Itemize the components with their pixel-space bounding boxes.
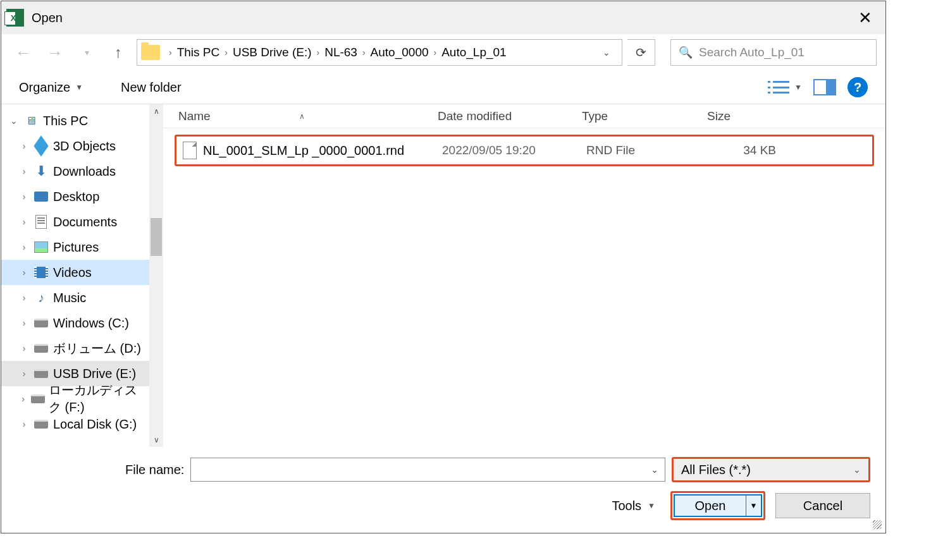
- close-button[interactable]: ✕: [850, 3, 880, 33]
- help-button[interactable]: ?: [848, 77, 868, 97]
- view-mode-button[interactable]: ▼: [773, 77, 802, 97]
- tree-item-drive-c[interactable]: › Windows (C:): [1, 310, 149, 336]
- breadcrumb-item[interactable]: Auto_Lp_01: [441, 46, 507, 59]
- drive-icon: [31, 392, 45, 406]
- breadcrumb-dropdown-icon[interactable]: ⌄: [595, 47, 618, 58]
- tree-item-documents[interactable]: › Documents: [1, 209, 149, 234]
- column-label: Name: [178, 109, 211, 123]
- expand-icon[interactable]: ›: [19, 368, 29, 379]
- filename-input[interactable]: ⌄: [190, 458, 665, 482]
- breadcrumb-item[interactable]: This PC: [177, 46, 220, 59]
- expand-icon[interactable]: ›: [19, 419, 29, 429]
- scroll-up-icon[interactable]: ∧: [149, 104, 163, 118]
- toolbar-right: ▼ ?: [773, 77, 868, 97]
- expand-icon[interactable]: ›: [19, 267, 29, 277]
- tree-item-drive-f[interactable]: › ローカルディスク (F:): [1, 386, 149, 411]
- organize-button[interactable]: Organize ▼: [19, 80, 83, 95]
- tree-scrollbar[interactable]: ∧ ∨: [149, 104, 163, 447]
- breadcrumb-item[interactable]: NL-63: [324, 46, 357, 59]
- expand-icon[interactable]: ›: [19, 343, 29, 353]
- tree-list[interactable]: ⌄ 🖥 This PC › 3D Objects › ⬇ Downloads ›: [1, 104, 149, 447]
- this-pc-icon: 🖥: [23, 114, 39, 128]
- back-button[interactable]: ←: [10, 39, 37, 66]
- file-rows[interactable]: NL_0001_SLM_Lp _0000_0001.rnd 2022/09/05…: [163, 128, 885, 447]
- expand-icon[interactable]: ›: [19, 166, 29, 176]
- tree-item-videos[interactable]: › Videos: [1, 260, 149, 285]
- search-input[interactable]: 🔍 Search Auto_Lp_01: [670, 39, 877, 66]
- open-label: Open: [675, 499, 746, 513]
- videos-icon: [33, 265, 49, 279]
- sort-indicator-icon: ∧: [299, 112, 305, 121]
- breadcrumb[interactable]: › This PC › USB Drive (E:) › NL-63 › Aut…: [137, 39, 622, 66]
- breadcrumb-item[interactable]: Auto_0000: [371, 46, 429, 59]
- filename-label: File name:: [125, 463, 184, 477]
- file-icon: [183, 142, 197, 159]
- drive-icon: [33, 367, 49, 380]
- expand-icon[interactable]: ›: [19, 318, 29, 328]
- tree-item-3d-objects[interactable]: › 3D Objects: [1, 133, 149, 159]
- chevron-down-icon: ⌄: [853, 465, 861, 475]
- collapse-icon[interactable]: ⌄: [9, 116, 19, 126]
- expand-icon[interactable]: ›: [19, 141, 29, 151]
- documents-icon: [33, 215, 49, 229]
- open-button[interactable]: Open ▼: [674, 494, 762, 517]
- drive-icon: [33, 417, 49, 431]
- breadcrumb-item[interactable]: USB Drive (E:): [233, 46, 312, 59]
- column-type[interactable]: Type: [582, 109, 707, 123]
- list-view-icon: [773, 81, 789, 94]
- file-type-filter[interactable]: All Files (*.*) ⌄: [672, 457, 870, 482]
- excel-icon: X: [6, 9, 24, 27]
- column-name[interactable]: Name ∧: [178, 109, 438, 123]
- column-date[interactable]: Date modified: [438, 109, 582, 123]
- button-row: Tools ▼ Open ▼ Cancel: [16, 491, 870, 520]
- chevron-right-icon[interactable]: ›: [164, 47, 177, 58]
- dialog-title: Open: [32, 11, 850, 25]
- resize-grip[interactable]: [873, 520, 882, 529]
- scroll-thumb[interactable]: [151, 218, 162, 256]
- forward-button[interactable]: →: [42, 39, 68, 66]
- chevron-right-icon[interactable]: ›: [219, 47, 233, 58]
- preview-pane-button[interactable]: [813, 79, 836, 95]
- tree-label: USB Drive (E:): [53, 367, 136, 381]
- chevron-down-icon[interactable]: ⌄: [651, 465, 658, 475]
- nav-tree: ⌄ 🖥 This PC › 3D Objects › ⬇ Downloads ›: [1, 104, 163, 447]
- column-size[interactable]: Size: [707, 109, 783, 123]
- refresh-button[interactable]: ⟳: [627, 39, 655, 66]
- recent-dropdown-icon[interactable]: ▾: [73, 39, 100, 66]
- scroll-down-icon[interactable]: ∨: [149, 433, 163, 447]
- titlebar: X Open ✕: [1, 1, 885, 34]
- expand-icon[interactable]: ›: [19, 293, 29, 303]
- organize-label: Organize: [19, 80, 70, 95]
- search-placeholder: Search Auto_Lp_01: [699, 46, 805, 59]
- file-row[interactable]: NL_0001_SLM_Lp _0000_0001.rnd 2022/09/05…: [175, 135, 874, 166]
- expand-icon[interactable]: ›: [19, 217, 29, 227]
- expand-icon[interactable]: ›: [19, 242, 29, 252]
- cancel-button[interactable]: Cancel: [775, 493, 870, 518]
- new-folder-button[interactable]: New folder: [121, 80, 182, 95]
- expand-icon[interactable]: ›: [19, 192, 29, 202]
- toolbar: Organize ▼ New folder ▼ ?: [1, 71, 885, 104]
- search-icon: 🔍: [679, 46, 693, 59]
- expand-icon[interactable]: ›: [19, 394, 27, 404]
- file-headers: Name ∧ Date modified Type Size: [163, 104, 885, 128]
- downloads-icon: ⬇: [33, 164, 49, 178]
- tree-item-music[interactable]: › ♪ Music: [1, 285, 149, 310]
- up-button[interactable]: ↑: [105, 39, 132, 66]
- chevron-right-icon[interactable]: ›: [357, 47, 371, 58]
- tree-item-downloads[interactable]: › ⬇ Downloads: [1, 159, 149, 184]
- tree-item-desktop[interactable]: › Desktop: [1, 184, 149, 209]
- tree-item-this-pc[interactable]: ⌄ 🖥 This PC: [1, 108, 149, 133]
- tree-label: Videos: [53, 265, 92, 280]
- tree-label: ボリューム (D:): [53, 340, 141, 357]
- open-split-dropdown[interactable]: ▼: [746, 496, 761, 516]
- chevron-right-icon[interactable]: ›: [429, 47, 442, 58]
- tree-item-drive-d[interactable]: › ボリューム (D:): [1, 336, 149, 361]
- tree-label: Pictures: [53, 240, 99, 255]
- open-button-highlight: Open ▼: [670, 491, 765, 520]
- chevron-down-icon: ▼: [648, 501, 655, 510]
- tools-button[interactable]: Tools ▼: [612, 499, 655, 513]
- 3d-objects-icon: [33, 139, 49, 153]
- desktop-icon: [33, 190, 49, 204]
- tree-item-pictures[interactable]: › Pictures: [1, 234, 149, 260]
- chevron-right-icon[interactable]: ›: [312, 47, 325, 58]
